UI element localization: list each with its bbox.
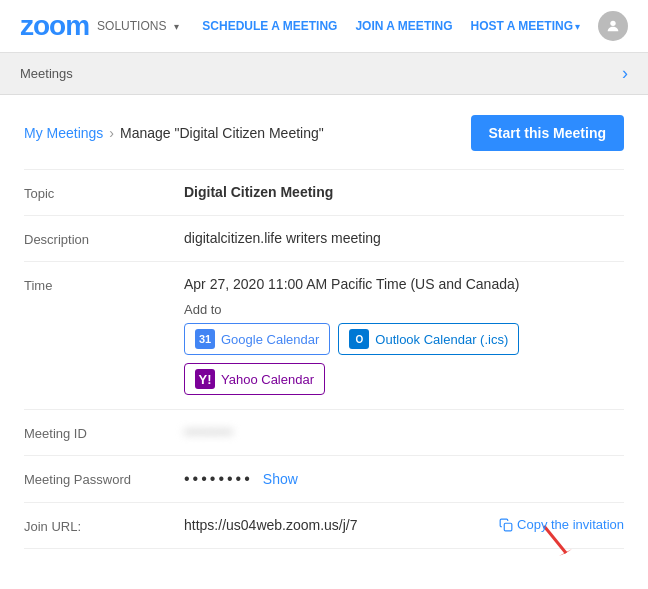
time-label: Time <box>24 276 184 293</box>
google-cal-label: Google Calendar <box>221 332 319 347</box>
join-url-label: Join URL: <box>24 517 184 534</box>
logo: zoom <box>20 10 89 42</box>
password-label: Meeting Password <box>24 470 184 487</box>
yahoo-cal-icon: Y! <box>195 369 215 389</box>
svg-rect-3 <box>504 523 512 531</box>
join-url-content: https://us04web.zoom.us/j/7 Copy the inv… <box>184 517 624 533</box>
description-row: Description digitalcitizen.life writers … <box>24 216 624 262</box>
description-label: Description <box>24 230 184 247</box>
join-meeting-link[interactable]: JOIN A MEETING <box>355 19 452 33</box>
meeting-id-row: Meeting ID •••••••••• <box>24 410 624 456</box>
info-table: Topic Digital Citizen Meeting Descriptio… <box>24 169 624 549</box>
breadcrumb-bar: Meetings › <box>0 53 648 95</box>
svg-point-0 <box>610 21 615 26</box>
yahoo-cal-label: Yahoo Calendar <box>221 372 314 387</box>
solutions-chevron: ▾ <box>174 21 179 32</box>
main-content: My Meetings › Manage "Digital Citizen Me… <box>0 95 648 569</box>
page-title: Manage "Digital Citizen Meeting" <box>120 125 324 141</box>
outlook-cal-label: Outlook Calendar (.ics) <box>375 332 508 347</box>
google-cal-icon: 31 <box>195 329 215 349</box>
password-row: Meeting Password •••••••• Show <box>24 456 624 503</box>
host-meeting-link[interactable]: HOST A MEETING <box>471 19 573 33</box>
copy-invitation-area: Copy the invitation <box>499 517 624 532</box>
topic-value: Digital Citizen Meeting <box>184 184 624 200</box>
solutions-menu[interactable]: SOLUTIONS <box>97 19 166 33</box>
topic-label: Topic <box>24 184 184 201</box>
description-value: digitalcitizen.life writers meeting <box>184 230 624 246</box>
page-header: My Meetings › Manage "Digital Citizen Me… <box>24 115 624 151</box>
copy-icon <box>499 518 513 532</box>
start-meeting-button[interactable]: Start this Meeting <box>471 115 624 151</box>
top-nav: zoom SOLUTIONS ▾ SCHEDULE A MEETING JOIN… <box>0 0 648 53</box>
time-text: Apr 27, 2020 11:00 AM Pacific Time (US a… <box>184 276 624 292</box>
outlook-cal-icon: O <box>349 329 369 349</box>
calendar-buttons: 31 Google Calendar O Outlook Calendar (.… <box>184 323 624 395</box>
password-dots: •••••••• <box>184 470 253 488</box>
meeting-id-label: Meeting ID <box>24 424 184 441</box>
copy-invitation-link[interactable]: Copy the invitation <box>517 517 624 532</box>
topic-row: Topic Digital Citizen Meeting <box>24 170 624 216</box>
meeting-id-value: •••••••••• <box>184 424 624 440</box>
google-calendar-button[interactable]: 31 Google Calendar <box>184 323 330 355</box>
host-chevron-icon: ▾ <box>575 21 580 32</box>
join-url-row: Join URL: https://us04web.zoom.us/j/7 Co… <box>24 503 624 549</box>
breadcrumb-separator: › <box>109 125 114 141</box>
my-meetings-link[interactable]: My Meetings <box>24 125 103 141</box>
password-value: •••••••• Show <box>184 470 624 488</box>
time-row: Time Apr 27, 2020 11:00 AM Pacific Time … <box>24 262 624 410</box>
breadcrumb-arrow-icon: › <box>622 63 628 84</box>
outlook-calendar-button[interactable]: O Outlook Calendar (.ics) <box>338 323 519 355</box>
show-password-link[interactable]: Show <box>263 471 298 487</box>
join-url-value: https://us04web.zoom.us/j/7 <box>184 517 358 533</box>
breadcrumb-label[interactable]: Meetings <box>20 66 73 81</box>
page-breadcrumb: My Meetings › Manage "Digital Citizen Me… <box>24 125 324 141</box>
yahoo-calendar-button[interactable]: Y! Yahoo Calendar <box>184 363 325 395</box>
add-to-label: Add to <box>184 302 624 317</box>
time-value: Apr 27, 2020 11:00 AM Pacific Time (US a… <box>184 276 624 395</box>
avatar[interactable] <box>598 11 628 41</box>
schedule-meeting-link[interactable]: SCHEDULE A MEETING <box>202 19 337 33</box>
user-icon <box>605 18 621 34</box>
